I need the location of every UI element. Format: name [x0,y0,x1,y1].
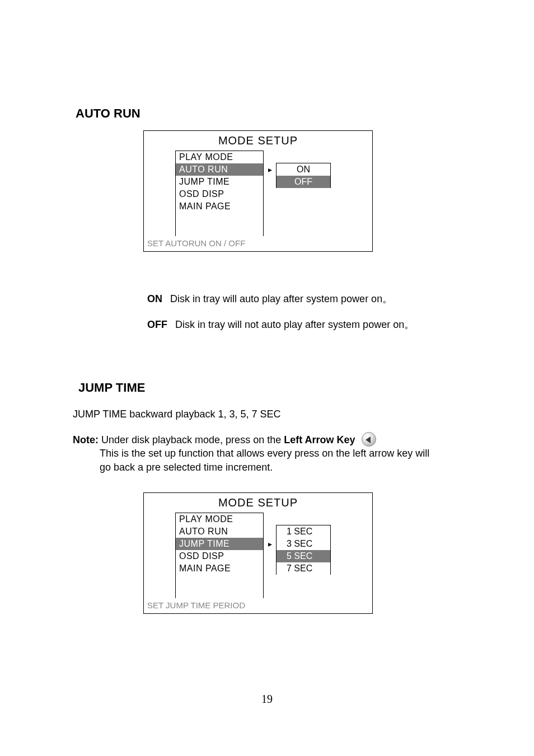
left-arrow-key-icon [362,432,376,447]
option-on[interactable]: ON [277,163,330,176]
menu-item-main-page[interactable]: MAIN PAGE [176,200,263,213]
note-line3: go back a pre selected time increment. [100,462,273,473]
mode-setup-footer: SET AUTORUN ON / OFF [144,236,372,251]
definition-on-value: Disk in tray will auto play after system… [170,292,392,306]
mode-setup-title: MODE SETUP [144,131,372,149]
definition-off-value: Disk in tray will not auto play after sy… [175,318,414,331]
note-line1a: Under disk playback mode, press on the [99,434,284,445]
options-right-column-2: 1 SEC 3 SEC 5 SEC 7 SEC [276,525,331,575]
jump-time-heading: JUMP TIME [78,381,145,395]
menu-item-auto-run[interactable]: AUTO RUN [176,163,263,176]
menu-item-osd-disp[interactable]: OSD DISP [176,188,263,200]
right-arrow-indicator: ▸ [264,151,276,236]
options-right-column: ON OFF [276,163,331,188]
jump-time-note: Note: Under disk playback mode, press on… [73,432,476,474]
mode-setup-title-2: MODE SETUP [144,493,372,511]
right-arrow-indicator-2: ▸ [264,513,276,598]
definition-off: OFF Disk in tray will not auto play afte… [147,318,414,331]
definition-on-key: ON [147,293,162,305]
mode-setup-footer-2: SET JUMP TIME PERIOD [144,598,372,613]
mode-setup-jump-time: MODE SETUP PLAY MODE AUTO RUN JUMP TIME … [143,492,373,614]
menu2-item-main-page[interactable]: MAIN PAGE [176,562,263,575]
menu-item-play-mode[interactable]: PLAY MODE [176,151,263,163]
auto-run-heading: AUTO RUN [76,106,140,121]
menu2-item-play-mode[interactable]: PLAY MODE [176,513,263,525]
option-1sec[interactable]: 1 SEC [277,525,330,538]
option-7sec[interactable]: 7 SEC [277,562,330,575]
menu2-item-jump-time[interactable]: JUMP TIME [176,538,263,550]
menu-item-jump-time[interactable]: JUMP TIME [176,176,263,188]
jump-time-desc: JUMP TIME backward playback 1, 3, 5, 7 S… [73,407,281,421]
menu2-item-auto-run[interactable]: AUTO RUN [176,525,263,538]
menu2-item-osd-disp[interactable]: OSD DISP [176,550,263,562]
definition-on: ON Disk in tray will auto play after sys… [147,292,392,306]
mode-setup-auto-run: MODE SETUP PLAY MODE AUTO RUN JUMP TIME … [143,130,373,252]
menu-left-column: PLAY MODE AUTO RUN JUMP TIME OSD DISP MA… [175,151,264,236]
menu-left-column-2: PLAY MODE AUTO RUN JUMP TIME OSD DISP MA… [175,513,264,598]
definition-off-key: OFF [147,319,167,331]
option-5sec[interactable]: 5 SEC [277,550,330,562]
note-label: Note: [73,434,99,445]
note-line2: This is the set up function that allows … [100,448,429,459]
option-off[interactable]: OFF [277,176,330,188]
option-3sec[interactable]: 3 SEC [277,538,330,550]
note-left-arrow-key-label: Left Arrow Key [284,434,355,445]
page-number: 19 [0,693,534,706]
